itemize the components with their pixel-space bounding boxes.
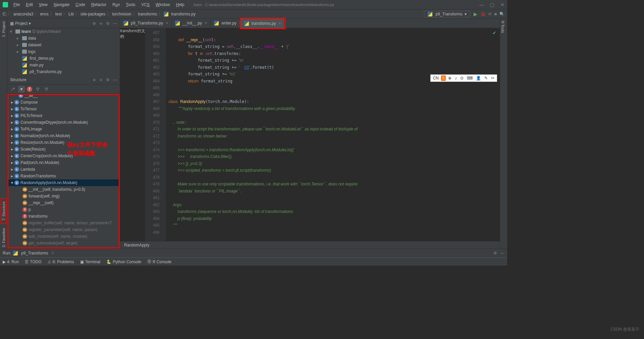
menu-run[interactable]: Run <box>110 1 122 8</box>
filter-2-icon[interactable]: f <box>27 87 32 92</box>
struct-method[interactable]: mforward(self, img) <box>8 193 119 200</box>
struct-method[interactable]: mget_submodule(self, target) <box>8 240 119 246</box>
struct-item[interactable]: ▸cNormalize(torch.nn.Module) <box>8 132 119 139</box>
sort-icon[interactable]: ↓ᴬ <box>9 86 16 93</box>
close-icon[interactable]: × <box>279 21 281 26</box>
app-icon <box>3 2 8 7</box>
search-button[interactable]: 🔍 <box>499 12 504 16</box>
filter-3-icon[interactable]: ▽ <box>34 86 41 93</box>
struct-item[interactable]: ▸cRandomTransforms <box>8 173 119 179</box>
menu-help[interactable]: Help <box>173 1 187 8</box>
filter-4-icon[interactable]: ▽ <box>43 86 50 93</box>
tab-transforms[interactable]: transforms.py× <box>241 19 285 28</box>
struct-item[interactable]: ▸cToPILImage <box>8 126 119 132</box>
code-breadcrumb[interactable]: RandomApply <box>120 241 500 248</box>
menu-file[interactable]: File <box>11 1 22 8</box>
tree-folder[interactable]: ▸data <box>7 35 120 42</box>
main-area: 1: Project 7: Structure 2: Favorites ▦ P… <box>0 19 507 248</box>
run-panel-title: Run: <box>3 251 11 256</box>
struct-field[interactable]: fp <box>8 206 119 213</box>
ime-toolbar[interactable]: CNS ※♪ ⊙⌨ 👤✎ ✂ <box>430 74 497 82</box>
tab-init[interactable]: __init__.py× <box>172 18 211 28</box>
settings-icon[interactable]: ⚙ <box>106 21 110 26</box>
struct-method[interactable]: mregister_buffer(self, name, tensor, per… <box>8 220 119 226</box>
struct-item-selected[interactable]: ▾cRandomApply(torch.nn.Module) <box>8 179 119 186</box>
code-text[interactable]: def __repr__(self): format_string = self… <box>166 28 500 241</box>
struct-item[interactable]: ▸cCompose <box>8 99 119 106</box>
locate-icon[interactable]: ⊕ <box>93 21 96 26</box>
crumb-4[interactable]: Lib <box>68 12 74 16</box>
struct-item[interactable]: ▸cPad(torch.nn.Module) <box>8 159 119 166</box>
dropdown-icon[interactable]: ▾ <box>29 21 31 26</box>
struct-item[interactable]: c__all__ <box>8 94 119 99</box>
menu-navigate[interactable]: Navigate <box>51 1 72 8</box>
struct-item[interactable]: ▸cConvertImageDtype(torch.nn.Module) <box>8 119 119 126</box>
tree-root-item[interactable]: ▾ learn D:\pytorch\learn <box>7 28 120 35</box>
expand-icon[interactable]: ≑ <box>93 77 96 82</box>
crumb-2[interactable]: envs <box>40 12 48 16</box>
struct-method[interactable]: madd_module(self, name, module) <box>8 233 119 240</box>
menu-refactor[interactable]: Refactor <box>89 1 109 8</box>
menu-vcs[interactable]: VCS <box>139 1 152 8</box>
filter-1-icon[interactable]: ▼ <box>18 86 25 93</box>
settings-icon[interactable]: ⚙ <box>493 251 497 256</box>
hide-icon[interactable]: — <box>113 21 117 26</box>
struct-method[interactable]: m__repr__(self) <box>8 200 119 206</box>
run-button[interactable]: ▶ <box>474 11 477 17</box>
bottom-problems[interactable]: ⚠ 6: Problems <box>48 260 74 264</box>
struct-item[interactable]: ▸cToTensor <box>8 106 119 112</box>
maximize-icon[interactable]: ▢ <box>490 2 494 7</box>
tab-rtools[interactable]: R Tools <box>500 19 505 35</box>
debug-button[interactable]: 🐞 <box>481 12 486 16</box>
crumb-0[interactable]: C: <box>3 12 7 16</box>
menu-tools[interactable]: Tools <box>123 1 138 8</box>
menu-code[interactable]: Code <box>73 1 88 8</box>
tree-file[interactable]: first_demo.py <box>7 55 120 62</box>
tab-p9[interactable]: p9_Transforms.py× <box>120 18 172 28</box>
python-icon <box>428 12 432 16</box>
crumb-8[interactable]: transforms.py <box>171 12 196 16</box>
run-panel-config: p9_Transforms <box>21 251 48 256</box>
close-icon[interactable]: × <box>205 21 207 25</box>
crumb-5[interactable]: site-packages <box>80 12 105 16</box>
close-icon[interactable]: × <box>52 251 54 256</box>
menu-edit[interactable]: Edit <box>23 1 36 8</box>
bottom-terminal[interactable]: ▣ Terminal <box>80 260 100 264</box>
tab-structure[interactable]: 7: Structure <box>1 198 7 224</box>
struct-item[interactable]: ▸cLambda <box>8 166 119 173</box>
run-config-selector[interactable]: p9_Transforms ▾ <box>424 11 470 17</box>
hide-icon[interactable]: — <box>113 77 117 82</box>
minimize-icon[interactable]: — <box>479 2 484 7</box>
collapse-icon[interactable]: ≑ <box>99 77 103 82</box>
crumb-3[interactable]: test <box>55 12 62 16</box>
struct-item[interactable]: ▸cPILToTensor <box>8 112 119 119</box>
crumb-7[interactable]: transforms <box>138 12 157 16</box>
tab-project[interactable]: 1: Project <box>2 20 6 38</box>
close-icon[interactable]: ✕ <box>500 2 504 7</box>
crumb-1[interactable]: anaconda3 <box>13 12 33 16</box>
collapse-icon[interactable]: ≑ <box>99 21 103 26</box>
inspection-ok-icon[interactable]: ✔ <box>492 30 496 36</box>
bottom-pyconsole[interactable]: 🐍 Python Console <box>106 260 141 264</box>
close-icon[interactable]: × <box>166 21 168 25</box>
line-gutter[interactable]: 4574584594604614624634644654664674684694… <box>145 28 166 241</box>
menu-view[interactable]: View <box>36 1 50 8</box>
hide-icon[interactable]: — <box>500 251 504 256</box>
tree-folder[interactable]: ▸logs <box>7 48 120 55</box>
crumb-6[interactable]: torchvision <box>112 12 131 16</box>
struct-method[interactable]: m__init__(self, transforms, p=0.5) <box>8 186 119 193</box>
code-area[interactable]: ✔ transform的文 档 CNS ※♪ ⊙⌨ 👤✎ ✂ 457458459… <box>120 28 500 241</box>
stop-button[interactable]: ■ <box>494 12 497 16</box>
coverage-button[interactable]: ⟳ <box>488 12 492 16</box>
menu-window[interactable]: Window <box>153 1 173 8</box>
struct-method[interactable]: mregister_parameter(self, name, param) <box>8 226 119 233</box>
tree-file[interactable]: main.py <box>7 62 120 68</box>
tree-folder[interactable]: ▸dataset <box>7 42 120 48</box>
tree-file[interactable]: p9_Transforms.py <box>7 68 120 75</box>
settings-icon[interactable]: ⚙ <box>106 77 110 82</box>
struct-field[interactable]: ftransforms <box>8 213 119 220</box>
bottom-todo[interactable]: ☰ TODO <box>25 260 41 264</box>
bottom-rconsole[interactable]: Ⓡ R Console <box>147 259 171 265</box>
tab-favorites[interactable]: 2: Favorites <box>2 227 6 248</box>
bottom-run[interactable]: ▶ 4: Run <box>3 260 19 264</box>
